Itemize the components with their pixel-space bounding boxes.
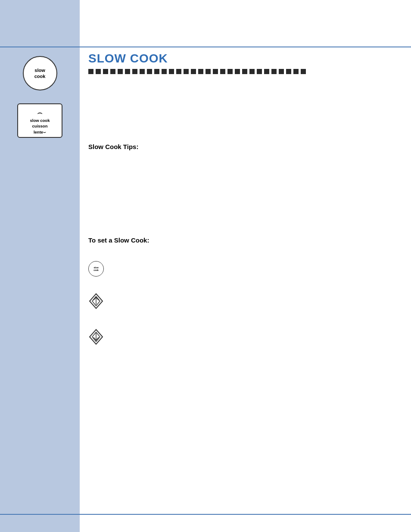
dash-1 — [88, 69, 93, 74]
dash-18 — [213, 69, 218, 74]
dash-3 — [103, 69, 108, 74]
dash-7 — [132, 69, 137, 74]
slow-cook-circle-icon: slow cook — [23, 56, 57, 90]
sidebar-bottom-border — [0, 514, 80, 515]
slow-cook-circle-text: slow cook — [34, 67, 46, 80]
lente-with-arc: lente⌣ — [34, 130, 46, 134]
dash-21 — [235, 69, 240, 74]
section-title: SLOW COOK — [88, 52, 398, 65]
sidebar-content: slow cook ⌢ slow cook cuisson lente⌣ — [0, 0, 80, 138]
arc-bottom-icon: ⌣ — [43, 130, 46, 134]
dash-30 — [301, 69, 306, 74]
dash-9 — [147, 69, 152, 74]
main-content: SLOW COOK — [80, 0, 411, 532]
down-arrow-diamond-icon — [88, 329, 104, 348]
rect-arc-top: ⌢ — [37, 108, 43, 117]
dash-15 — [191, 69, 196, 74]
dash-14 — [184, 69, 189, 74]
dash-10 — [154, 69, 159, 74]
dash-25 — [264, 69, 269, 74]
slow-cook-button-icon: slowcook — [88, 261, 104, 277]
dash-5 — [118, 69, 123, 74]
slow-cook-rect-icon: ⌢ slow cook cuisson lente⌣ — [17, 103, 62, 138]
bottom-border — [80, 514, 411, 515]
top-border — [80, 47, 411, 47]
dash-6 — [125, 69, 130, 74]
set-heading: To set a Slow Cook: — [88, 236, 398, 244]
dash-20 — [227, 69, 233, 74]
dash-27 — [279, 69, 284, 74]
dash-24 — [257, 69, 262, 74]
tips-heading: Slow Cook Tips: — [88, 143, 398, 150]
dash-19 — [220, 69, 225, 74]
dash-16 — [198, 69, 203, 74]
rect-text: slow cook cuisson lente⌣ — [30, 118, 50, 135]
dash-8 — [140, 69, 145, 74]
sidebar: slow cook ⌢ slow cook cuisson lente⌣ — [0, 0, 80, 532]
dash-28 — [286, 69, 291, 74]
instruction-item-3 — [88, 328, 398, 348]
instruction-item-1: slowcook — [88, 261, 398, 277]
content-area: SLOW COOK — [80, 0, 411, 348]
dash-29 — [293, 69, 299, 74]
sidebar-top-border — [0, 47, 80, 47]
dash-4 — [110, 69, 115, 74]
dash-22 — [242, 69, 247, 74]
instruction-item-2 — [88, 292, 398, 312]
dash-23 — [249, 69, 255, 74]
slow-cook-button-label: slowcook — [93, 266, 99, 271]
dash-11 — [162, 69, 167, 74]
dash-13 — [176, 69, 181, 74]
up-arrow-diamond-icon — [88, 293, 104, 312]
instructions-list: slowcook — [88, 261, 398, 348]
dash-12 — [169, 69, 174, 74]
dashed-separator — [88, 69, 398, 74]
dash-17 — [206, 69, 211, 74]
dash-26 — [271, 69, 277, 74]
dash-2 — [96, 69, 101, 74]
